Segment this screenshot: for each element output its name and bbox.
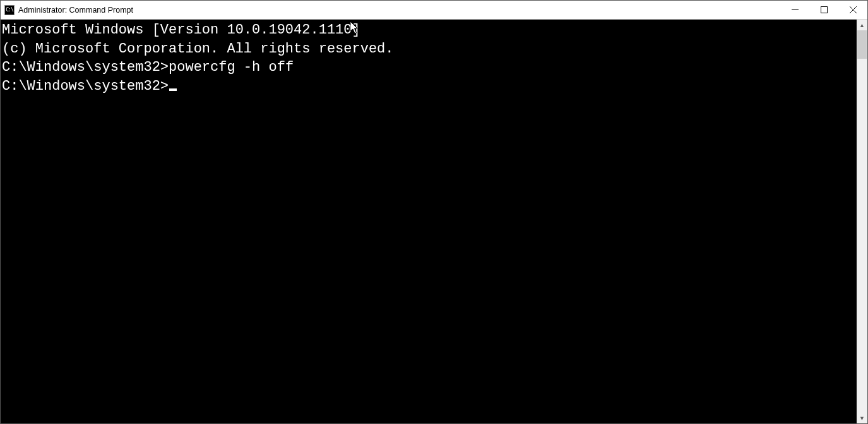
vertical-scrollbar[interactable]: ▲ ▼ [857, 20, 867, 423]
titlebar-left: C:\ Administrator: Command Prompt [1, 5, 133, 15]
terminal-command: powercfg -h off [169, 59, 294, 75]
terminal-cursor [169, 88, 177, 91]
titlebar: C:\ Administrator: Command Prompt [1, 1, 867, 20]
terminal-prompt: C:\Windows\system32> [2, 78, 169, 94]
terminal-wrapper: Microsoft Windows [Version 10.0.19042.11… [1, 20, 867, 423]
svg-rect-1 [821, 7, 827, 13]
terminal-line: (c) Microsoft Corporation. All rights re… [2, 40, 855, 59]
scroll-up-arrow-icon[interactable]: ▲ [857, 20, 867, 30]
scroll-down-arrow-icon[interactable]: ▼ [857, 413, 867, 423]
terminal-output[interactable]: Microsoft Windows [Version 10.0.19042.11… [1, 20, 857, 423]
window-title: Administrator: Command Prompt [18, 6, 133, 15]
maximize-button[interactable] [809, 1, 838, 19]
minimize-button[interactable] [780, 1, 809, 19]
terminal-prompt-line: C:\Windows\system32>powercfg -h off [2, 58, 855, 77]
scroll-thumb[interactable] [857, 30, 867, 59]
cmd-icon: C:\ [4, 5, 15, 15]
terminal-prompt: C:\Windows\system32> [2, 59, 169, 75]
terminal-prompt-line: C:\Windows\system32> [2, 77, 855, 96]
close-button[interactable] [838, 1, 867, 19]
window-controls [780, 1, 867, 19]
terminal-line: Microsoft Windows [Version 10.0.19042.11… [2, 21, 855, 40]
